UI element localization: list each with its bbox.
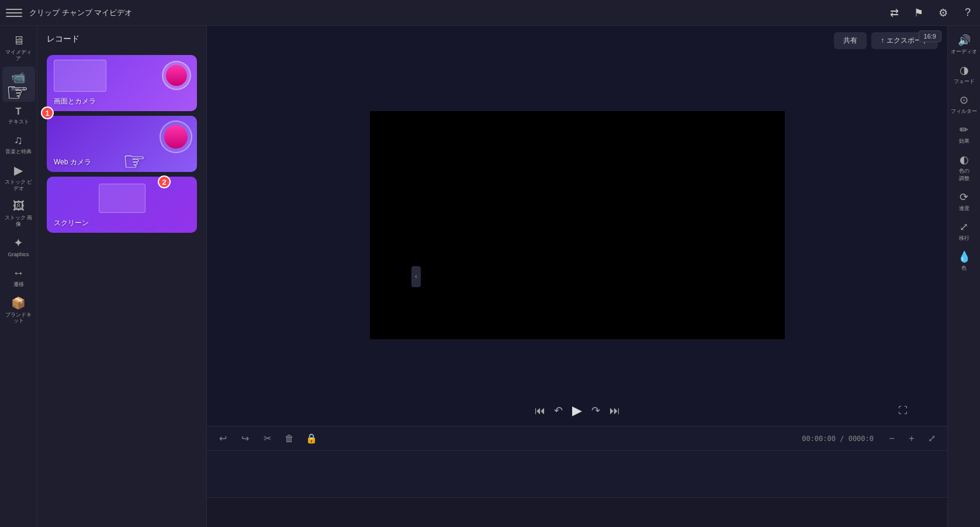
menu-icon[interactable]: [6, 5, 22, 21]
fullscreen-button[interactable]: ⛶: [894, 401, 912, 420]
video-preview: [370, 111, 785, 339]
sidebar-item-stock-image[interactable]: 🖼 ストック 画像: [2, 196, 35, 231]
play-button[interactable]: ▶: [568, 401, 587, 420]
right-item-fade[interactable]: ◑ フェード: [950, 60, 979, 89]
timeline-area: ↩ ↪ ✂ 🗑 🔒 00:00:00 / 0000:0 − + ⤢: [207, 426, 947, 527]
sidebar-item-my-media[interactable]: 🖥 マイメディア: [2, 30, 35, 66]
skip-back-button[interactable]: ⏮: [531, 401, 549, 420]
record-card-screen[interactable]: スクリーン: [47, 177, 197, 233]
timeline-track-secondary: [207, 498, 947, 527]
timeline-track-main: [207, 451, 947, 498]
total-time: / 0000:0: [840, 435, 874, 443]
right-item-transform[interactable]: ⤢ 移行: [950, 217, 979, 246]
deco-monitor: [99, 184, 146, 213]
sidebar-item-my-media-label: マイメディア: [5, 49, 33, 62]
share-button[interactable]: 共有: [834, 32, 867, 49]
card-screen-camera-label: 画面とカメラ: [54, 97, 96, 106]
music-icon: ♫: [14, 133, 23, 147]
sidebar-item-text[interactable]: T テキスト: [2, 103, 35, 129]
frame-forward-button[interactable]: ↷: [587, 401, 605, 420]
settings-icon[interactable]: ⚙: [937, 6, 950, 19]
filter-label: フィルター: [951, 108, 977, 115]
audio-icon: 🔊: [958, 34, 971, 47]
export-icon: ↑: [881, 36, 884, 44]
effects-label: 効果: [959, 137, 969, 145]
sidebar-item-stock-video[interactable]: ▶ ストック ビデオ: [2, 160, 35, 195]
timeline-zoom: − + ⤢: [883, 430, 940, 447]
sidebar-item-graphics-label: Graphics: [8, 252, 29, 258]
stock-image-icon: 🖼: [13, 199, 25, 213]
fade-label: フェード: [954, 78, 975, 85]
speed-icon: ⟳: [960, 191, 968, 204]
brand-kit-icon: 📦: [11, 296, 26, 310]
current-time: 00:00:00: [802, 435, 836, 443]
deco-cam: [160, 120, 192, 153]
transitions-icon: ↔: [13, 266, 25, 280]
deco-camera-face: [166, 65, 187, 86]
record-panel: レコード 画面とカメラ Web カメラ: [37, 26, 207, 527]
speed-label: 速度: [959, 205, 969, 212]
flag-icon[interactable]: ⚑: [912, 6, 925, 19]
help-icon[interactable]: ?: [961, 6, 974, 19]
sidebar-item-transitions[interactable]: ↔ 遷移: [2, 263, 35, 291]
deco-camera: [162, 61, 191, 90]
graphics-icon: ✦: [13, 236, 23, 250]
redo-button[interactable]: ↪: [236, 430, 254, 447]
panel-title: レコード: [37, 26, 206, 50]
right-item-color-adj[interactable]: ◐ 色の調整: [950, 150, 979, 186]
text-icon: T: [16, 106, 22, 117]
share-icon[interactable]: ⇄: [888, 6, 901, 19]
right-item-color[interactable]: 💧 色: [950, 247, 979, 275]
zoom-in-button[interactable]: +: [903, 430, 920, 447]
left-sidebar: 🖥 マイメディア 📹 Rec &... T テキスト ♫ 音楽と特典 ▶ ストッ…: [0, 26, 37, 527]
sidebar-item-transitions-label: 遷移: [13, 281, 24, 288]
color-icon: 💧: [958, 250, 971, 263]
fade-icon: ◑: [960, 64, 969, 77]
sidebar-item-record[interactable]: 📹 Rec &...: [2, 67, 35, 102]
sidebar-item-music-label: 音楽と特典: [5, 149, 32, 155]
app-title: クリップ チャンプ マイビデオ: [29, 8, 888, 18]
right-item-speed[interactable]: ⟳ 速度: [950, 187, 979, 216]
card-screen-label: スクリーン: [54, 218, 89, 228]
undo-button[interactable]: ↩: [214, 430, 231, 447]
deco-cam-face: [164, 125, 188, 149]
skip-forward-button[interactable]: ⏭: [605, 401, 624, 420]
sidebar-item-record-label: Rec &...: [11, 86, 26, 99]
right-sidebar: 🔊 オーディオ ◑ フェード ⊙ フィルター ✏ 効果 ◐ 色の調整 ⟳ 速度 …: [947, 26, 980, 527]
right-item-filter[interactable]: ⊙ フィルター: [950, 90, 979, 119]
zoom-out-button[interactable]: −: [883, 430, 901, 447]
sidebar-item-text-label: テキスト: [8, 119, 29, 125]
card-webcam-label: Web カメラ: [54, 157, 91, 167]
panel-collapse-button[interactable]: ‹: [411, 266, 421, 287]
timeline-time: 00:00:00 / 0000:0: [802, 435, 874, 443]
right-item-audio[interactable]: 🔊 オーディオ: [950, 30, 979, 59]
my-media-icon: 🖥: [13, 34, 25, 47]
split-button[interactable]: ✂: [258, 430, 276, 447]
transform-label: 移行: [959, 235, 969, 242]
main-layout: 🖥 マイメディア 📹 Rec &... T テキスト ♫ 音楽と特典 ▶ ストッ…: [0, 26, 980, 527]
audio-label: オーディオ: [951, 48, 977, 56]
sidebar-item-stock-video-label: ストック ビデオ: [5, 179, 33, 192]
stock-video-icon: ▶: [14, 163, 23, 177]
top-bar-actions: ⇄ ⚑ ⚙ ?: [888, 6, 974, 19]
sidebar-item-music[interactable]: ♫ 音楽と特典: [2, 130, 35, 159]
color-label: 色: [961, 264, 967, 272]
sidebar-item-graphics[interactable]: ✦ Graphics: [2, 232, 35, 261]
header-bar: 共有 ↑ エクスポート: [207, 26, 947, 55]
color-adj-label: 色の調整: [959, 167, 969, 182]
panel-content: 画面とカメラ Web カメラ スクリーン: [37, 50, 206, 527]
playback-controls: ⏮ ↶ ▶ ↷ ⏭ ⛶: [207, 395, 947, 426]
frame-back-button[interactable]: ↶: [549, 401, 568, 420]
record-card-screen-camera[interactable]: 画面とカメラ: [47, 55, 197, 111]
effects-icon: ✏: [960, 123, 968, 136]
record-card-webcam[interactable]: Web カメラ: [47, 116, 197, 172]
right-item-effects[interactable]: ✏ 効果: [950, 120, 979, 149]
sidebar-item-brand-kit[interactable]: 📦 ブランドキット: [2, 292, 35, 328]
color-adj-icon: ◐: [960, 153, 969, 166]
aspect-ratio-badge[interactable]: 16:9: [919, 30, 941, 42]
delete-button[interactable]: 🗑: [281, 430, 298, 447]
lock-button[interactable]: 🔒: [303, 430, 320, 447]
fit-button[interactable]: ⤢: [923, 430, 940, 447]
top-bar: クリップ チャンプ マイビデオ ⇄ ⚑ ⚙ ?: [0, 0, 980, 26]
filter-icon: ⊙: [960, 94, 968, 106]
